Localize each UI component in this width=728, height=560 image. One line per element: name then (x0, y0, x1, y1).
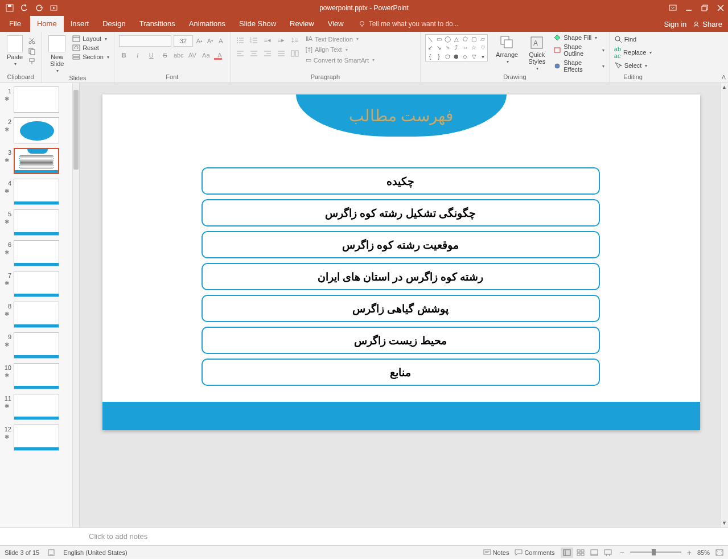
arrange-button[interactable]: Arrange▾ (493, 34, 520, 65)
tab-home[interactable]: Home (30, 16, 64, 32)
italic-button[interactable]: I (133, 50, 143, 60)
thumbnail-slide-11[interactable]: 11✱ (3, 394, 72, 420)
thumbnails-list[interactable]: 1✱2✱3✱4✱5✱6✱7✱8✱9✱10✱11✱12✱ (0, 83, 72, 527)
share-button[interactable]: Share (692, 20, 722, 28)
thumbnail-slide-1[interactable]: 1✱ (3, 87, 72, 113)
slide-sorter-view-button[interactable] (574, 547, 587, 558)
replace-button[interactable]: abacReplace▾ (614, 46, 652, 59)
character-spacing-button[interactable]: AV (187, 50, 198, 60)
zoom-out-button[interactable]: − (620, 548, 624, 557)
toc-item-1[interactable]: چکیده (201, 167, 600, 195)
columns-button[interactable] (290, 49, 300, 58)
align-right-button[interactable] (262, 49, 273, 58)
text-shadow-button[interactable]: abc (174, 50, 184, 60)
justify-button[interactable] (276, 49, 286, 58)
scroll-down-icon[interactable]: ▼ (721, 519, 728, 527)
toc-item-6[interactable]: محیط زیست زاگرس (201, 327, 600, 354)
slide-canvas[interactable]: فهرست مطالب چکیدهچگونگی تشکیل رشته کوه ز… (102, 94, 700, 430)
sign-in-link[interactable]: Sign in (664, 20, 687, 28)
text-direction-button[interactable]: ⅡAText Direction▾ (306, 35, 375, 43)
clear-formatting-icon[interactable]: A̶ (217, 36, 225, 46)
thumbnail-slide-7[interactable]: 7✱ (3, 271, 72, 297)
bullets-button[interactable] (235, 35, 245, 44)
align-left-button[interactable] (235, 49, 245, 58)
scroll-up-icon[interactable]: ▲ (721, 83, 728, 91)
zoom-in-button[interactable]: + (687, 548, 692, 557)
toc-item-5[interactable]: پوشش گیاهی زاگرس (201, 295, 600, 322)
language-indicator[interactable]: English (United States) (63, 549, 127, 556)
tab-slideshow[interactable]: Slide Show (232, 16, 283, 32)
change-case-button[interactable]: Aa (201, 50, 211, 60)
align-text-button[interactable]: [‡]Align Text▾ (306, 46, 375, 53)
comments-toggle[interactable]: Comments (515, 549, 554, 556)
tab-view[interactable]: View (321, 16, 351, 32)
tab-file[interactable]: File (0, 16, 30, 32)
find-button[interactable]: Find (614, 35, 652, 43)
notes-pane[interactable]: Click to add notes (0, 527, 728, 545)
increase-indent-button[interactable]: ≡▸ (276, 35, 286, 44)
zoom-slider[interactable] (630, 551, 681, 553)
tab-insert[interactable]: Insert (64, 16, 96, 32)
thumbnail-slide-4[interactable]: 4✱ (3, 179, 72, 205)
toc-item-4[interactable]: رشته کوه زاگرس در استان های ایران (201, 263, 600, 290)
decrease-indent-button[interactable]: ≡◂ (262, 35, 273, 44)
tab-design[interactable]: Design (96, 16, 132, 32)
reading-view-button[interactable] (588, 547, 601, 558)
copy-icon[interactable] (27, 47, 36, 56)
ribbon-display-options-icon[interactable] (669, 4, 677, 12)
shape-fill-button[interactable]: Shape Fill▾ (553, 34, 604, 41)
layout-button[interactable]: Layout▾ (72, 35, 109, 42)
notes-toggle[interactable]: Notes (483, 549, 509, 556)
section-button[interactable]: Section▾ (72, 53, 109, 60)
thumbnails-scrollbar[interactable] (72, 83, 79, 527)
thumbnail-slide-10[interactable]: 10✱ (3, 363, 72, 389)
thumbnail-slide-8[interactable]: 8✱ (3, 302, 72, 328)
tell-me-search[interactable]: Tell me what you want to do... (354, 17, 463, 32)
undo-icon[interactable] (20, 4, 28, 12)
toc-item-3[interactable]: موقعیت رشته کوه زاگرس (201, 231, 600, 258)
spellcheck-icon[interactable] (47, 549, 55, 557)
line-spacing-button[interactable]: ‡≡ (290, 35, 300, 44)
fit-to-window-button[interactable] (715, 549, 723, 556)
format-painter-icon[interactable] (27, 57, 36, 66)
cut-icon[interactable] (27, 36, 36, 46)
slide-title-shape[interactable]: فهرست مطالب (296, 94, 507, 137)
tab-transitions[interactable]: Transitions (133, 16, 182, 32)
close-icon[interactable] (717, 4, 725, 12)
select-button[interactable]: Select▾ (614, 61, 652, 69)
toc-item-2[interactable]: چگونگی تشکیل رشته کوه زاگرس (201, 199, 600, 227)
align-center-button[interactable] (249, 49, 259, 58)
zoom-level[interactable]: 85% (697, 549, 710, 556)
collapse-ribbon-icon[interactable]: ᐱ (722, 74, 726, 80)
quick-styles-button[interactable]: A Quick Styles▾ (526, 34, 548, 72)
redo-icon[interactable] (35, 4, 43, 12)
shape-outline-button[interactable]: Shape Outline▾ (553, 43, 604, 57)
shape-effects-button[interactable]: Shape Effects▾ (553, 59, 604, 73)
editor-scrollbar[interactable]: ▲ ▼ (720, 83, 728, 527)
decrease-font-icon[interactable]: A▾ (206, 36, 215, 46)
numbering-button[interactable]: 123 (249, 35, 259, 44)
font-color-button[interactable]: A (215, 50, 225, 60)
strikethrough-button[interactable]: S (160, 50, 170, 60)
thumbnail-slide-2[interactable]: 2✱ (3, 117, 72, 143)
underline-button[interactable]: U (146, 50, 157, 60)
thumbnail-slide-9[interactable]: 9✱ (3, 332, 72, 359)
paste-button[interactable]: Paste▾ (5, 34, 25, 68)
slideshow-view-button[interactable] (602, 547, 614, 558)
save-icon[interactable] (6, 4, 14, 12)
toc-item-7[interactable]: منابع (201, 359, 600, 386)
font-size-input[interactable] (174, 35, 193, 47)
increase-font-icon[interactable]: A▴ (195, 36, 204, 46)
slide-position[interactable]: Slide 3 of 15 (5, 549, 39, 556)
thumbnail-slide-3[interactable]: 3✱ (3, 148, 72, 174)
reset-button[interactable]: Reset (72, 44, 109, 51)
thumbnail-slide-6[interactable]: 6✱ (3, 240, 72, 266)
thumbnail-slide-12[interactable]: 12✱ (3, 425, 72, 451)
restore-icon[interactable] (701, 4, 709, 12)
minimize-icon[interactable] (685, 4, 693, 12)
shapes-gallery[interactable]: ＼▭◯△⬠▢▱ ↙↘⤷⤴↔☆♡ {}⬡⬢◇▽▾ (425, 34, 488, 61)
convert-smartart-button[interactable]: ▭Convert to SmartArt▾ (306, 56, 375, 64)
font-name-input[interactable] (119, 35, 171, 47)
tab-review[interactable]: Review (283, 16, 321, 32)
new-slide-button[interactable]: New Slide▾ (46, 34, 68, 75)
